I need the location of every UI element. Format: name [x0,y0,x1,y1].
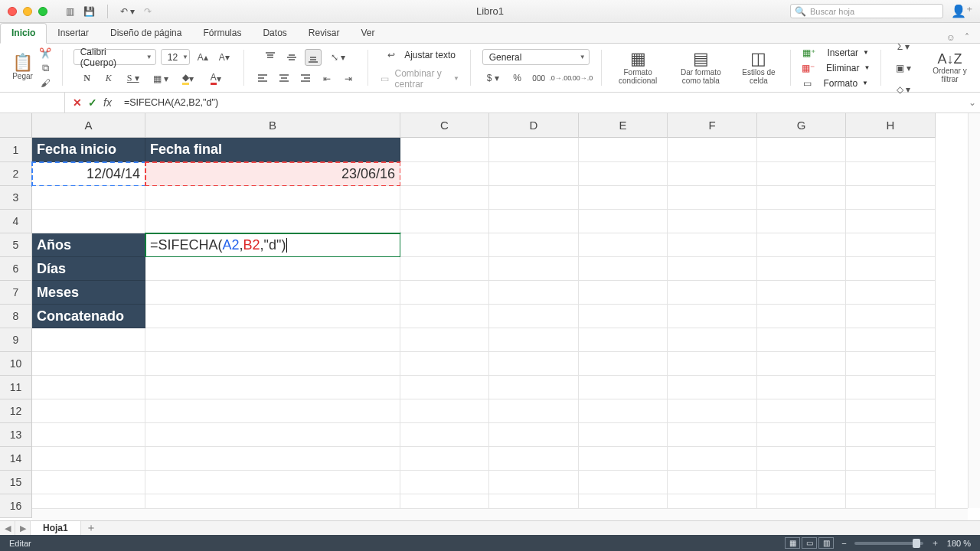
cell-D9[interactable] [489,328,579,352]
row-header-15[interactable]: 15 [0,471,32,494]
cell-A10[interactable] [32,352,145,376]
row-header-14[interactable]: 14 [0,447,32,471]
col-header-A[interactable]: A [32,113,145,138]
row-header-13[interactable]: 13 [0,423,32,447]
col-header-C[interactable]: C [400,113,489,138]
close-window-button[interactable] [8,7,17,16]
cell-G9[interactable] [757,328,846,352]
view-switcher[interactable]: ▦ ▭ ▥ [785,537,834,549]
cell-styles-button[interactable]: ◫Estilos de celda [738,51,779,85]
tab-insertar[interactable]: Insertar [47,24,100,43]
cell-D8[interactable] [489,305,579,328]
cells-area[interactable]: Fecha inicioFecha final12/04/1423/06/16A… [32,138,968,508]
col-header-D[interactable]: D [489,113,579,138]
cell-G1[interactable] [757,138,846,162]
cell-A12[interactable] [32,399,145,423]
cell-D11[interactable] [489,376,579,399]
cell-H9[interactable] [846,328,936,352]
cell-H13[interactable] [846,423,936,447]
cell-B3[interactable] [145,186,400,210]
col-header-H[interactable]: H [846,113,936,138]
cell-B11[interactable] [145,376,400,399]
copy-icon[interactable]: ⧉ [42,62,49,74]
tab-revisar[interactable]: Revisar [298,24,351,43]
cell-F13[interactable] [668,423,757,447]
cell-E1[interactable] [579,138,668,162]
cell-D6[interactable] [489,257,579,281]
cell-F3[interactable] [668,186,757,210]
cell-D2[interactable] [489,162,579,186]
increase-indent-button[interactable]: ⇥ [340,70,357,87]
cell-G6[interactable] [757,257,846,281]
zoom-out-button[interactable]: − [841,539,846,548]
row-header-16[interactable]: 16 [0,494,32,518]
cell-G11[interactable] [757,376,846,399]
cell-G14[interactable] [757,447,846,471]
cell-A6[interactable]: Días [32,257,145,281]
cell-B5[interactable]: =SIFECHA(A2,B2,"d") [145,233,400,257]
cell-A3[interactable] [32,186,145,210]
sheet-tab[interactable]: Hoja1 [31,521,81,535]
delete-cells-button[interactable]: ▦⁻ Eliminar ▼ [802,63,871,73]
horizontal-scrollbar[interactable] [32,508,968,520]
row-header-7[interactable]: 7 [0,281,32,305]
cell-E8[interactable] [579,305,668,328]
align-middle-button[interactable] [283,49,300,66]
font-name-combo[interactable]: Calibri (Cuerpo)▼ [74,49,156,65]
cell-F15[interactable] [668,471,757,494]
conditional-format-button[interactable]: ▦Formato condicional [612,51,663,85]
cell-F9[interactable] [668,328,757,352]
cell-E3[interactable] [579,186,668,210]
cell-D14[interactable] [489,447,579,471]
tab-diseno[interactable]: Diseño de página [100,24,192,43]
cell-A9[interactable] [32,328,145,352]
cell-G4[interactable] [757,210,846,233]
cell-C12[interactable] [400,399,489,423]
cell-E9[interactable] [579,328,668,352]
cell-G13[interactable] [757,423,846,447]
col-header-F[interactable]: F [668,113,757,138]
zoom-level[interactable]: 180 % [947,539,971,548]
align-right-button[interactable] [297,70,314,87]
cell-E7[interactable] [579,281,668,305]
cell-E5[interactable] [579,233,668,257]
format-painter-icon[interactable]: 🖌 [41,77,51,89]
font-size-combo[interactable]: 12▼ [161,49,190,65]
cell-F7[interactable] [668,281,757,305]
tab-formulas[interactable]: Fórmulas [192,24,252,43]
cell-E4[interactable] [579,210,668,233]
cell-F5[interactable] [668,233,757,257]
format-cells-button[interactable]: ▭ Formato ▼ [803,78,868,89]
cell-G15[interactable] [757,471,846,494]
col-header-B[interactable]: B [145,113,400,138]
vertical-scrollbar[interactable] [968,113,980,508]
cell-D3[interactable] [489,186,579,210]
cell-H12[interactable] [846,399,936,423]
cell-E12[interactable] [579,399,668,423]
currency-button[interactable]: $ ▾ [482,70,505,86]
cell-C5[interactable] [400,233,489,257]
cell-E14[interactable] [579,447,668,471]
zoom-in-button[interactable]: ＋ [931,537,939,549]
name-box[interactable] [0,93,65,112]
row-header-10[interactable]: 10 [0,352,32,376]
percent-button[interactable]: % [509,70,526,86]
prev-sheet-button[interactable]: ◀ [0,521,15,535]
wrap-text-button[interactable]: Ajustar texto [404,50,456,60]
thousands-button[interactable]: 000 [531,70,547,86]
cell-B13[interactable] [145,423,400,447]
smiley-icon[interactable]: ☺ [946,32,956,43]
cell-F12[interactable] [668,399,757,423]
cell-E13[interactable] [579,423,668,447]
fx-icon[interactable]: fx [103,96,112,109]
cell-A5[interactable]: Años [32,233,145,257]
cell-F8[interactable] [668,305,757,328]
align-top-button[interactable] [262,49,279,66]
cell-C15[interactable] [400,471,489,494]
select-all-corner[interactable] [0,113,32,138]
cell-C11[interactable] [400,376,489,399]
row-header-12[interactable]: 12 [0,399,32,423]
cell-H10[interactable] [846,352,936,376]
font-color-button[interactable]: A ▾ [204,70,227,87]
format-as-table-button[interactable]: ▤Dar formato como tabla [671,51,730,85]
